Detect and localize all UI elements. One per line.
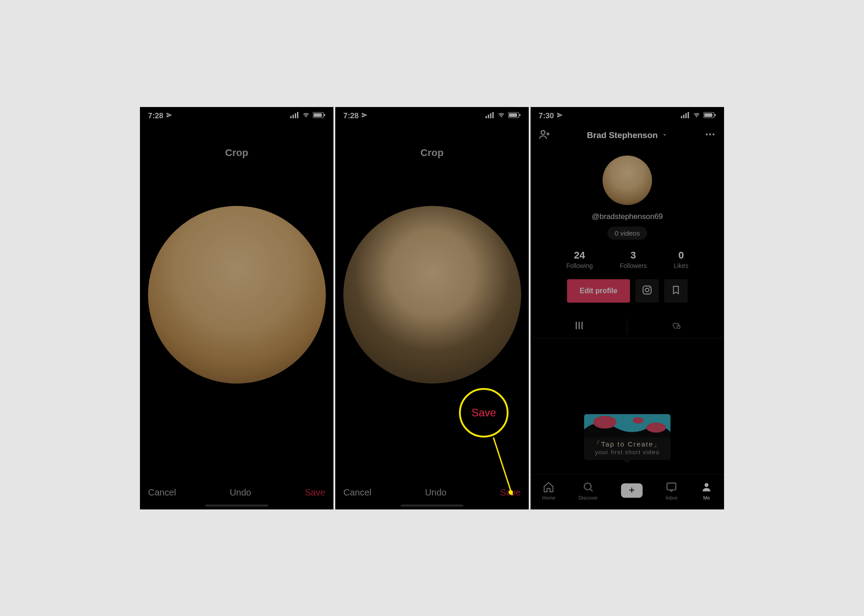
svg-rect-6 [324,114,325,116]
callout-dot [508,490,513,495]
heart-lock-icon [670,321,681,332]
instagram-button[interactable] [635,279,659,303]
search-icon [582,481,594,494]
svg-point-22 [706,133,707,135]
status-bar: 7:28 [335,107,529,122]
callout-line [493,437,513,495]
stat-following-count: 24 [566,250,593,261]
tap-to-create-card[interactable]: 「Tap to Create」 your first short video [584,414,670,460]
svg-rect-17 [688,112,689,118]
plus-icon [627,486,636,495]
svg-rect-9 [490,113,491,118]
location-icon [166,112,172,121]
svg-point-21 [541,130,545,134]
svg-rect-7 [486,116,487,118]
battery-icon [313,112,325,121]
nav-me[interactable]: Me [701,481,712,500]
more-icon[interactable] [704,129,716,142]
home-indicator[interactable] [400,504,464,507]
profile-avatar[interactable] [603,156,652,205]
cancel-button[interactable]: Cancel [343,487,371,498]
status-time: 7:30 [539,112,554,121]
svg-rect-16 [685,113,687,118]
callout-save-highlight: Save [459,388,508,437]
tap-to-create-sub: your first short video [584,449,670,455]
svg-rect-33 [667,483,676,490]
page-title: Crop [335,147,529,159]
crop-screen-unzoomed: 7:28 Crop Save [335,107,529,509]
crop-screen-zoomed: 7:28 Crop Cancel Undo S [140,107,333,509]
stat-followers-count: 3 [620,250,647,261]
profile-stats: 24 Following 3 Followers 0 Likes [531,250,724,269]
nav-me-label: Me [703,495,710,500]
inbox-icon [666,481,677,494]
cellular-icon [486,112,495,121]
svg-rect-19 [704,113,712,117]
create-button[interactable] [621,483,643,498]
home-icon [543,481,554,494]
home-indicator[interactable] [205,504,268,507]
svg-rect-2 [295,113,296,118]
bookmark-button[interactable] [664,279,688,303]
profile-screen: 7:30 Brad Step [531,107,724,509]
tap-to-create-art [584,414,670,437]
stat-followers-label: Followers [620,262,647,269]
stat-likes[interactable]: 0 Likes [674,250,688,269]
svg-point-34 [705,483,709,487]
svg-point-30 [633,417,644,424]
stat-likes-count: 0 [674,250,688,261]
svg-rect-15 [683,115,684,118]
svg-rect-8 [488,115,489,118]
nav-discover-label: Discover [578,495,598,500]
battery-icon [703,112,716,121]
account-switcher[interactable]: Brad Stephenson [587,130,667,140]
svg-rect-12 [509,113,517,117]
stat-following[interactable]: 24 Following [566,250,593,269]
stat-followers[interactable]: 3 Followers [620,250,647,269]
tab-posts[interactable] [531,315,627,338]
status-bar: 7:28 [140,107,333,122]
undo-button[interactable]: Undo [230,487,251,498]
battery-icon [508,112,521,121]
nav-home[interactable]: Home [542,481,555,500]
profile-username: @bradstephenson69 [592,212,663,221]
nav-inbox[interactable]: Inbox [666,481,678,500]
status-time: 7:28 [343,112,359,121]
edit-profile-button[interactable]: Edit profile [567,279,630,303]
nav-inbox-label: Inbox [666,495,678,500]
svg-rect-0 [290,116,292,118]
svg-rect-14 [681,116,682,118]
callout-label: Save [472,406,496,419]
person-icon [701,481,712,494]
tab-liked[interactable] [627,315,724,338]
svg-rect-13 [519,114,521,116]
crop-preview-circle[interactable] [148,206,326,384]
grid-icon [574,321,584,332]
cellular-icon [290,112,299,121]
svg-point-32 [584,483,591,490]
wifi-icon [497,112,505,121]
svg-rect-3 [297,112,298,118]
add-friend-icon[interactable] [539,129,550,142]
crop-preview-circle[interactable] [343,206,521,384]
cellular-icon [681,112,690,121]
cancel-button[interactable]: Cancel [148,487,176,498]
location-icon [361,112,368,121]
profile-display-name: Brad Stephenson [587,130,657,140]
nav-discover[interactable]: Discover [578,481,598,500]
undo-button[interactable]: Undo [425,487,446,498]
instagram-icon [642,285,652,297]
location-icon [557,112,563,121]
svg-rect-28 [677,326,680,328]
nav-create[interactable] [621,483,643,498]
status-bar: 7:30 [531,107,724,122]
save-button[interactable]: Save [305,487,325,498]
svg-point-24 [712,133,714,135]
bottom-nav: Home Discover Inbox [531,474,724,509]
svg-point-27 [649,287,650,288]
page-title: Crop [140,147,333,159]
stat-likes-label: Likes [674,262,688,269]
status-time: 7:28 [148,112,163,121]
svg-point-31 [646,423,666,433]
wifi-icon [302,112,310,121]
